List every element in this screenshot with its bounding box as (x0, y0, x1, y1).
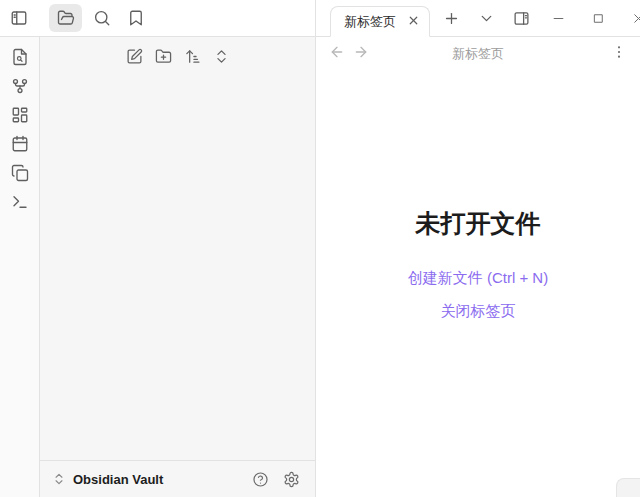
tab-label: 新标签页 (344, 13, 396, 31)
templates-button[interactable] (7, 160, 33, 186)
collapse-expand-button[interactable] (208, 43, 234, 69)
daily-note-button[interactable] (7, 131, 33, 157)
view-title: 新标签页 (376, 45, 580, 63)
layout-grid-icon (11, 106, 29, 124)
toggle-left-sidebar-button[interactable] (5, 4, 33, 32)
tab-list-button[interactable] (472, 4, 500, 32)
copy-pages-icon (11, 164, 29, 182)
editor-pane: 新标签页 未打开文件 创建新文件 (Ctrl + N) 关闭标签页 (316, 37, 640, 497)
vault-switcher[interactable]: Obsidian Vault (40, 460, 315, 497)
status-bar (616, 478, 640, 497)
maximize-button[interactable] (584, 4, 612, 32)
create-new-file-link[interactable]: 创建新文件 (Ctrl + N) (408, 269, 548, 288)
ribbon-rail (0, 37, 40, 497)
help-button[interactable] (249, 468, 271, 490)
calendar-icon (11, 135, 29, 153)
command-palette-button[interactable] (7, 189, 33, 215)
quick-switcher-button[interactable] (7, 44, 33, 70)
help-circle-icon (252, 471, 269, 488)
terminal-icon (11, 193, 29, 211)
arrow-left-icon (329, 44, 345, 64)
explorer-toolbar (40, 37, 315, 69)
folder-plus-icon (155, 48, 172, 65)
titlebar: 新标签页 (0, 0, 640, 37)
navigate-forward-button[interactable] (349, 42, 373, 66)
panel-left-icon (10, 9, 28, 27)
close-icon (631, 11, 640, 26)
more-vertical-icon (611, 44, 627, 64)
view-header: 新标签页 (316, 37, 640, 71)
more-options-button[interactable] (607, 42, 631, 66)
search-tab-button[interactable] (88, 4, 116, 32)
close-tab-link[interactable]: 关闭标签页 (441, 302, 516, 321)
sort-ascending-icon (184, 48, 201, 65)
close-window-button[interactable] (624, 4, 640, 32)
new-note-button[interactable] (121, 43, 147, 69)
bookmark-icon (127, 9, 145, 27)
empty-state-title: 未打开文件 (416, 207, 541, 240)
maximize-icon (591, 11, 606, 26)
new-folder-button[interactable] (150, 43, 176, 69)
plus-icon (443, 10, 460, 27)
tab-new-tab[interactable]: 新标签页 (330, 6, 430, 37)
square-pen-icon (126, 48, 143, 65)
tab-bar: 新标签页 (316, 0, 640, 37)
canvas-button[interactable] (7, 102, 33, 128)
vault-name: Obsidian Vault (73, 472, 163, 487)
chevron-down-icon (478, 10, 495, 27)
arrow-right-icon (353, 44, 369, 64)
search-icon (93, 9, 111, 27)
vault-actions (249, 468, 302, 490)
settings-gear-icon (283, 471, 300, 488)
folder-icon (57, 9, 75, 27)
settings-button[interactable] (280, 468, 302, 490)
chevrons-up-down-icon (213, 48, 230, 65)
workspace: Obsidian Vault 新标签页 未打开文 (0, 37, 640, 497)
tab-actions (437, 0, 535, 36)
bookmarks-tab-button[interactable] (122, 4, 150, 32)
ribbon-top (0, 0, 316, 37)
minimize-button[interactable] (544, 4, 572, 32)
toggle-right-sidebar-button[interactable] (507, 4, 535, 32)
sort-order-button[interactable] (179, 43, 205, 69)
obsidian-window: 新标签页 (0, 0, 640, 497)
empty-state: 未打开文件 创建新文件 (Ctrl + N) 关闭标签页 (316, 71, 640, 497)
tab-close-button[interactable] (404, 13, 422, 31)
navigate-back-button[interactable] (325, 42, 349, 66)
file-explorer-panel: Obsidian Vault (40, 37, 316, 497)
minimize-icon (551, 11, 566, 26)
chevrons-up-down-icon (52, 472, 66, 486)
close-icon (407, 13, 420, 31)
new-tab-button[interactable] (437, 4, 465, 32)
panel-right-icon (513, 10, 530, 27)
window-controls (544, 0, 640, 36)
graph-fork-icon (11, 77, 29, 95)
files-tab-button[interactable] (49, 4, 82, 32)
file-tree-empty-area (40, 69, 315, 460)
file-search-icon (11, 48, 29, 66)
graph-view-button[interactable] (7, 73, 33, 99)
